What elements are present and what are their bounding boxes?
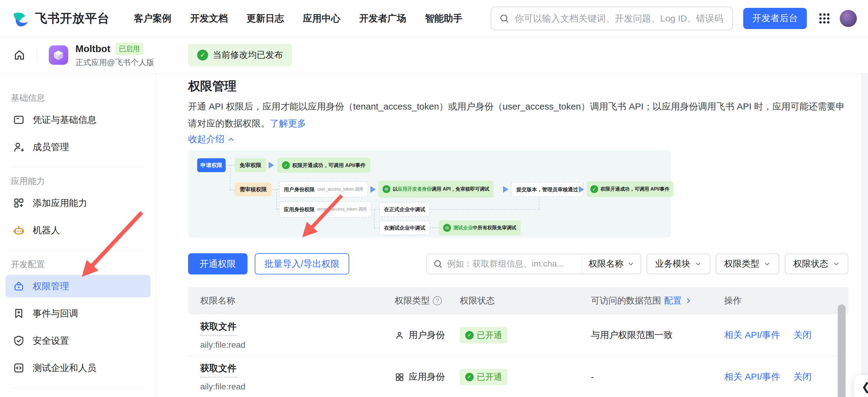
sidebar-item-bot[interactable]: 机器人 (5, 219, 151, 241)
vertical-scrollbar[interactable] (838, 304, 845, 397)
lock-icon (13, 280, 25, 292)
permission-status-cell: ✓ 已开通 (460, 369, 591, 385)
divider (37, 47, 37, 63)
divider (11, 388, 145, 388)
flow-node-user-perm: 用户身份权限 user_access_token 调用 (279, 181, 368, 198)
connector (276, 209, 279, 210)
flow-node-tenant-perm: 应用身份权限 tenant_access_token 调用 (279, 201, 372, 218)
nav-item-app-center[interactable]: 应用中心 (303, 12, 340, 25)
event-callback-icon (13, 307, 25, 320)
sidebar-item-label: 成员管理 (33, 141, 69, 154)
sidebar-item-members[interactable]: 成员管理 (5, 136, 151, 158)
chevron-down-icon (694, 260, 702, 267)
chevron-down-icon (833, 260, 840, 267)
sidebar-item-test-org[interactable]: 测试企业和人员 (5, 357, 151, 379)
sidebar-item-label: 凭证与基础信息 (33, 114, 96, 126)
chevron-right-icon (685, 297, 692, 304)
permission-type-label: 应用身份 (408, 371, 445, 383)
top-navbar: 飞书开放平台 客户案例 开发文档 更新日志 应用中心 开发者广场 智能助手 开发… (0, 0, 868, 37)
filter-label: 权限状态 (793, 258, 828, 270)
main-nav: 客户案例 开发文档 更新日志 应用中心 开发者广场 智能助手 (134, 12, 462, 25)
permission-search-input[interactable] (447, 259, 576, 269)
feishu-logo[interactable]: 飞书开放平台 (11, 9, 110, 28)
sidebar-item-credentials[interactable]: 凭证与基础信息 (5, 109, 151, 131)
nav-item-ai-assistant[interactable]: 智能助手 (425, 12, 462, 25)
status-text: 已开通 (477, 371, 502, 383)
global-search[interactable] (491, 7, 733, 30)
sidebar-item-label: 机器人 (33, 224, 60, 237)
nav-item-cases[interactable]: 客户案例 (134, 12, 172, 25)
logo-text: 飞书开放平台 (35, 10, 110, 27)
home-icon[interactable] (13, 49, 26, 61)
flow-node-submit-version: 提交版本，管理员审核通过 (511, 182, 584, 197)
sidebar-item-label: 添加应用能力 (33, 197, 87, 209)
user-avatar[interactable] (840, 10, 857, 27)
app-name: Moltbot (75, 43, 111, 55)
flow-node-success-2: ✓ 权限开通成功，可调用 API/事件 (587, 181, 673, 197)
filter-business-module[interactable]: 业务模块 (647, 254, 710, 274)
filter-label: 权限类型 (724, 258, 759, 270)
open-permission-button[interactable]: 开通权限 (188, 253, 247, 274)
help-icon[interactable]: ? (433, 296, 442, 305)
connector (272, 189, 279, 190)
nav-item-changelog[interactable]: 更新日志 (247, 12, 284, 25)
permission-type-label: 用户身份 (408, 329, 445, 341)
close-permission-link[interactable]: 关闭 (794, 371, 812, 383)
permission-search: 权限名称 (427, 254, 641, 274)
scope-config-link[interactable]: 配置 (664, 295, 682, 307)
right-panel-strip (862, 73, 868, 397)
permission-flow-diagram: 申请权限 免审权限 ✓ 权限开通成功，可调用 API/事件 需审核权限 用户身份… (188, 151, 671, 237)
nav-item-docs[interactable]: 开发文档 (190, 12, 228, 25)
permission-table: 权限名称 权限类型 ? 权限状态 可访问的数据范围 配置 操作 获取文件 ail… (188, 287, 848, 397)
learn-more-link[interactable]: 了解更多 (270, 118, 306, 128)
api-debug-icon (443, 224, 451, 232)
sidebar-item-add-capability[interactable]: 添加应用能力 (5, 192, 151, 214)
permission-name-cell: 获取文件 aily:file:read (200, 362, 395, 392)
filter-permission-status[interactable]: 权限状态 (785, 254, 848, 274)
flow-node-apply: 申请权限 (197, 158, 226, 172)
connector (374, 209, 375, 228)
related-api-link[interactable]: 相关 API/事件 (724, 371, 780, 383)
developer-console-button[interactable]: 开发者后台 (743, 8, 807, 29)
nav-item-dev-plaza[interactable]: 开发者广场 (359, 12, 406, 25)
sidebar-item-label: 安全设置 (33, 335, 69, 347)
connector (374, 228, 379, 228)
arrow-right-icon (579, 186, 584, 193)
status-badge: ✓ 已开通 (460, 327, 507, 343)
batch-import-export-button[interactable]: 批量导入/导出权限 (255, 253, 349, 274)
sidebar-item-security[interactable]: 安全设置 (5, 330, 151, 352)
sidebar-item-events[interactable]: 事件与回调 (5, 302, 151, 325)
flow-node-need-review: 需审核权限 (235, 183, 272, 196)
cube-icon (52, 49, 64, 61)
related-api-link[interactable]: 相关 API/事件 (724, 329, 780, 341)
app-identity-icon (395, 372, 404, 382)
connector (276, 189, 277, 209)
flow-node-test-debug: 在测试企业中调试 (379, 221, 430, 235)
collapse-panel-tab[interactable]: ❮ (854, 375, 868, 397)
apps-grid-icon[interactable] (818, 12, 831, 25)
shield-check-icon (13, 335, 25, 347)
collapse-intro-link[interactable]: 收起介绍 (188, 133, 235, 145)
robot-icon (13, 224, 25, 236)
sidebar-section-capability: 应用能力 (11, 175, 145, 187)
permission-name-cell: 获取文件 aily:file:read (200, 321, 395, 350)
global-search-input[interactable] (515, 13, 724, 24)
table-header: 权限名称 权限类型 ? 权限状态 可访问的数据范围 配置 操作 (188, 287, 848, 315)
check-icon: ✓ (590, 185, 598, 193)
close-permission-link[interactable]: 关闭 (794, 329, 812, 341)
publish-status-text: 当前修改均已发布 (213, 49, 283, 61)
permission-type-cell: 应用身份 (395, 371, 460, 383)
permission-name[interactable]: 获取文件 (200, 362, 237, 377)
table-row: 获取文件 aily:file:read 用户身份 ✓ 已开通 与用户权限范围一致… (188, 315, 848, 356)
app-icon (49, 45, 68, 65)
publish-status-pill: ✓ 当前修改均已发布 (188, 44, 292, 66)
permission-name[interactable]: 获取文件 (200, 321, 237, 336)
sidebar-item-permissions[interactable]: 权限管理 (5, 275, 151, 297)
filter-permission-type[interactable]: 权限类型 (716, 254, 779, 274)
api-debug-icon (382, 185, 391, 193)
check-icon: ✓ (282, 161, 290, 169)
permission-search-field[interactable] (427, 259, 582, 269)
arrow-right-icon (370, 186, 376, 193)
page-description: 开通 API 权限后，应用才能以应用身份（tenant_access_token… (188, 98, 851, 132)
filter-permission-name[interactable]: 权限名称 (582, 254, 641, 273)
